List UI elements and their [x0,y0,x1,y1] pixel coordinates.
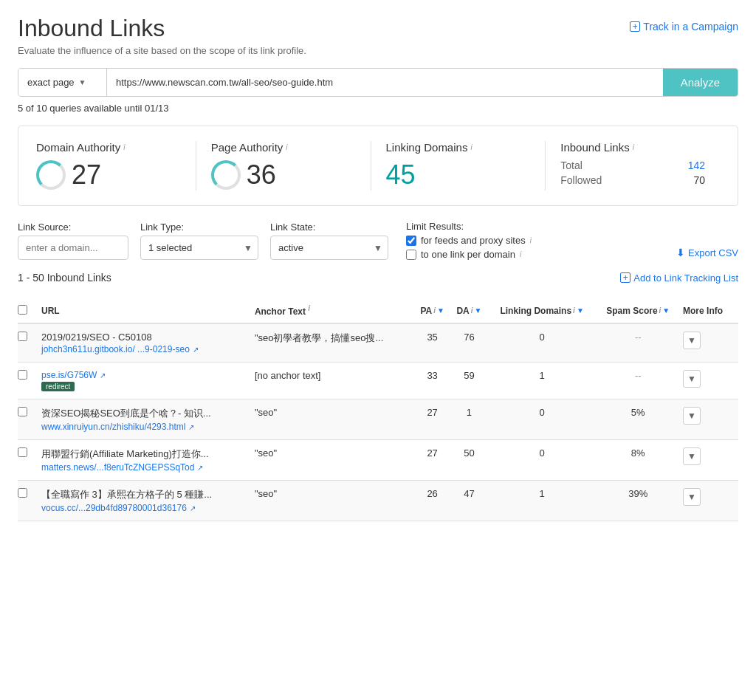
spam-score-info-icon[interactable]: i [659,306,662,315]
expand-icon: ▼ [687,374,696,384]
one-link-label: to one link per domain [421,249,515,260]
table-row: 用聯盟行銷(Affiliate Marketing)打造你... matters… [18,440,738,481]
da-sort-icon[interactable]: ▼ [475,306,482,315]
add-tracking-label: Add to Link Tracking List [633,272,738,284]
link-state-select-wrapper: active inactive ▼ [270,236,388,260]
url-link-text: johch3n611u.gitbook.io/ ...9-0219-seo [41,344,190,354]
page-subtitle: Evaluate the influence of a site based o… [18,45,306,56]
one-link-checkbox-row: to one link per domain i [406,249,532,260]
anchor-text: "seo" [255,407,277,418]
spam-score-sort-icon[interactable]: ▼ [662,306,670,315]
linking-domains-col-header: Linking Domains i ▼ [491,298,599,323]
page-title: Inbound Links [18,15,306,42]
spam-score-value: 5% [631,407,645,418]
domain-authority-info-icon[interactable]: i [123,143,125,151]
url-cell: 资深SEO揭秘SEO到底是个啥？- 知识... www.xinruiyun.cn… [41,399,255,440]
table-row: 【全職寫作 3】承熙在方格子的 5 種賺... vocus.cc/...29db… [18,481,738,521]
filters-row: Link Source: Link Type: 1 selected ▼ Lin… [18,221,738,260]
select-all-checkbox[interactable] [18,305,27,315]
feeds-proxy-checkbox[interactable] [406,236,416,246]
pa-sort-icon[interactable]: ▼ [437,306,444,315]
page-authority-info-icon[interactable]: i [286,143,287,151]
url-title: 用聯盟行銷(Affiliate Marketing)打造你... [41,447,249,461]
url-col-header: URL [41,298,255,323]
url-input[interactable] [107,69,663,96]
limit-results-label: Limit Results: [406,221,532,232]
expand-button[interactable]: ▼ [683,488,701,506]
da-cell: 76 [453,323,491,363]
linking-domains-col-label: Linking Domains [500,306,571,316]
redirect-badge: redirect [41,382,75,391]
expand-icon: ▼ [687,411,696,421]
url-link[interactable]: matters.news/...f8eruTcZNGEPSSqTod ↗ [41,462,249,473]
track-campaign-link[interactable]: + Track in a Campaign [630,21,738,32]
url-link[interactable]: pse.is/G756W ↗ [41,370,249,380]
link-source-label: Link Source: [18,222,128,233]
feeds-proxy-info-icon[interactable]: i [530,236,532,244]
expand-button[interactable]: ▼ [683,447,701,465]
row-checkbox[interactable] [18,488,27,498]
more-info-cell: ▼ [683,440,738,481]
external-link-icon: ↗ [188,423,194,431]
url-cell: pse.is/G756W ↗ redirect [41,363,255,399]
anchor-text: "seo初學者教學，搞懂seo搜... [255,332,383,343]
expand-button[interactable]: ▼ [683,407,701,425]
plus-square-icon-tracking: + [620,272,630,283]
link-source-filter: Link Source: [18,222,128,260]
add-tracking-button[interactable]: + Add to Link Tracking List [620,272,738,284]
linking-domains-info-icon[interactable]: i [470,143,472,151]
link-state-select[interactable]: active inactive [270,236,388,260]
link-source-input[interactable] [18,236,128,260]
url-link[interactable]: www.xinruiyun.cn/zhishiku/4293.html ↗ [41,422,249,432]
pa-cell: 33 [417,363,453,399]
inbound-followed-value: 70 [693,174,705,186]
linking-domains-cell: 0 [491,440,599,481]
link-type-filter: Link Type: 1 selected ▼ [140,222,258,260]
linking-domains-label: Linking Domains [386,141,468,154]
spam-score-value: 8% [631,447,645,459]
spam-score-col-label: Spam Score [606,306,657,316]
pa-info-icon[interactable]: i [433,306,436,315]
url-col-label: URL [41,306,60,316]
inbound-links-table: URL Anchor Text i PA i ▼ DA i [18,298,738,521]
chevron-down-icon: ▼ [79,78,86,86]
linking-domains-metric: Linking Domains i 45 [371,141,546,191]
link-type-select[interactable]: 1 selected [140,236,258,260]
linking-domains-sort-icon[interactable]: ▼ [577,306,584,315]
plus-square-icon: + [630,21,640,32]
url-title: 资深SEO揭秘SEO到底是个啥？- 知识... [41,407,249,420]
more-info-cell: ▼ [683,323,738,363]
anchor-text: "seo" [255,447,277,459]
row-checkbox[interactable] [18,447,27,457]
link-state-filter: Link State: active inactive ▼ [270,222,388,260]
page-type-dropdown[interactable]: exact page ▼ [18,69,107,96]
table-row: 资深SEO揭秘SEO到底是个啥？- 知识... www.xinruiyun.cn… [18,399,738,440]
one-link-info-icon[interactable]: i [520,250,521,258]
expand-button[interactable]: ▼ [683,370,701,388]
more-info-cell: ▼ [683,399,738,440]
track-campaign-label: Track in a Campaign [643,21,738,32]
search-bar: exact page ▼ Analyze [18,68,738,97]
analyze-button[interactable]: Analyze [663,69,738,96]
url-link[interactable]: johch3n611u.gitbook.io/ ...9-0219-seo ↗ [41,344,249,354]
anchor-text: [no anchor text] [255,370,321,381]
row-checkbox[interactable] [18,332,27,341]
inbound-links-info-icon[interactable]: i [633,143,634,151]
linking-domains-info-icon-col[interactable]: i [573,306,575,315]
one-link-checkbox[interactable] [406,250,416,260]
row-checkbox[interactable] [18,407,27,416]
expand-button[interactable]: ▼ [683,332,701,349]
select-all-col [18,298,41,323]
export-csv-label: Export CSV [688,247,738,258]
anchor-info-icon[interactable]: i [308,304,310,312]
url-link[interactable]: vocus.cc/...29db4fd89780001d36176 ↗ [41,503,249,513]
limit-results-group: Limit Results: for feeds and proxy sites… [406,221,532,260]
spam-score-cell: 5% [599,399,683,440]
export-csv-button[interactable]: ⬇ Export CSV [676,247,738,260]
row-checkbox[interactable] [18,370,27,380]
pa-col-label: PA [420,306,432,316]
inbound-links-metric: Inbound Links i Total 142 Followed 70 [546,141,720,191]
da-info-icon[interactable]: i [471,306,473,315]
url-link-text: vocus.cc/...29db4fd89780001d36176 [41,503,187,513]
da-cell: 1 [453,399,491,440]
